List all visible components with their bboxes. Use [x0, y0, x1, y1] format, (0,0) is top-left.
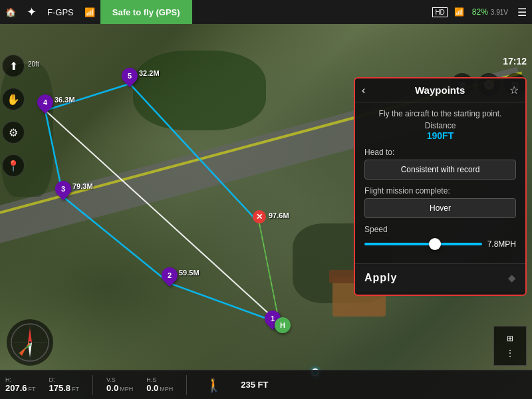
bottom-bar: H: 207.6 FT D: 175.8 FT V.S 0.0 MPH H.S … [0, 370, 532, 399]
drone-icon-item: ✦ [21, 5, 42, 19]
speed-thumb[interactable] [429, 238, 441, 250]
home-button[interactable]: 🏠 [0, 7, 21, 17]
status-text: Safe to fly (GPS) [100, 0, 192, 24]
back-button[interactable]: ‹ [362, 84, 365, 96]
apply-diamond-icon: ◆ [508, 273, 516, 283]
apply-button[interactable]: Apply ◆ [355, 263, 525, 292]
mini-map[interactable]: ⊞ ⋮ [493, 326, 527, 366]
head-to-button[interactable]: Consistent with record [364, 160, 516, 180]
home-icon: 🏠 [5, 7, 16, 17]
separator-1 [92, 375, 93, 395]
distance-unit: FT [72, 386, 79, 392]
distance-label: Distance [364, 121, 516, 130]
signal-item: 📶 [79, 7, 100, 17]
vs-value: 0.0 [106, 383, 118, 393]
signal-icon: 📶 [84, 7, 95, 17]
signal-bars: 📶 [454, 7, 464, 17]
height-value: 207.6 [5, 383, 27, 393]
altitude-indicator: 20ft [28, 61, 39, 68]
hs-value: 0.0 [146, 383, 158, 393]
voltage-label: 3.91V [491, 9, 508, 16]
alt-value: 235 FT [241, 380, 268, 390]
compass[interactable] [7, 319, 53, 366]
vs-unit: MPH [120, 386, 133, 392]
height-display: H: 207.6 FT [5, 376, 36, 393]
gps-label: F-GPS [42, 7, 79, 17]
time-display: 17:12 [503, 53, 527, 69]
instruction-text: Fly the aircraft to the starting point. [364, 109, 516, 118]
alt-display: 235 FT [241, 380, 268, 390]
svg-marker-7 [28, 328, 32, 342]
speed-track[interactable] [364, 243, 482, 245]
mission-complete-label: Flight mission complete: [364, 186, 516, 196]
panel-body: Fly the aircraft to the starting point. … [355, 102, 525, 263]
hs-unit: MPH [160, 386, 173, 392]
compass-svg [10, 323, 50, 362]
distance-value: 175.8 [49, 383, 71, 393]
top-right-info: HD 📶 82% 3.91V ☰ [427, 6, 532, 19]
distance-value: 190FT [364, 130, 516, 141]
speed-label: Speed [364, 225, 388, 234]
hd-label: HD [432, 7, 447, 17]
mission-complete-button[interactable]: Hover [364, 198, 516, 218]
hand-button[interactable]: ✋ [2, 88, 25, 110]
top-bar: 🏠 ✦ F-GPS 📶 Safe to fly (GPS) HD 📶 82% 3… [0, 0, 532, 24]
speed-slider-container: 7.8MPH [364, 239, 516, 249]
panel-header: ‹ Waypoints ☆ [355, 78, 525, 102]
speed-value-display: 7.8MPH [487, 239, 516, 249]
settings-button[interactable]: ⚙ [2, 121, 25, 144]
favorite-button[interactable]: ☆ [509, 84, 519, 96]
hs-display: H.S 0.0 MPH [146, 376, 173, 393]
speed-row: Speed [364, 225, 516, 234]
battery-label: 82% [472, 7, 488, 17]
head-to-label: Head to: [364, 148, 516, 157]
upload-button[interactable]: ⬆ [2, 55, 25, 77]
mini-map-icon: ⊞ [507, 334, 513, 343]
map-area[interactable]: 20ft 4 36.3M 5 32.2M 3 79.3M 2 59.5M ✕ 9… [0, 24, 532, 399]
distance-display: D: 175.8 FT [49, 376, 80, 393]
vs-display: V.S 0.0 MPH [106, 376, 133, 393]
separator-2 [186, 375, 187, 395]
menu-icon[interactable]: ☰ [517, 6, 527, 19]
person-icon: 🚶 [205, 377, 222, 393]
svg-marker-10 [19, 342, 30, 356]
waypoints-panel: ‹ Waypoints ☆ Fly the aircraft to the st… [354, 77, 527, 296]
pin-button[interactable]: 📍 [2, 154, 25, 177]
height-unit: FT [29, 386, 36, 392]
panel-title: Waypoints [370, 84, 509, 96]
mini-map-icon2: ⋮ [506, 348, 514, 358]
